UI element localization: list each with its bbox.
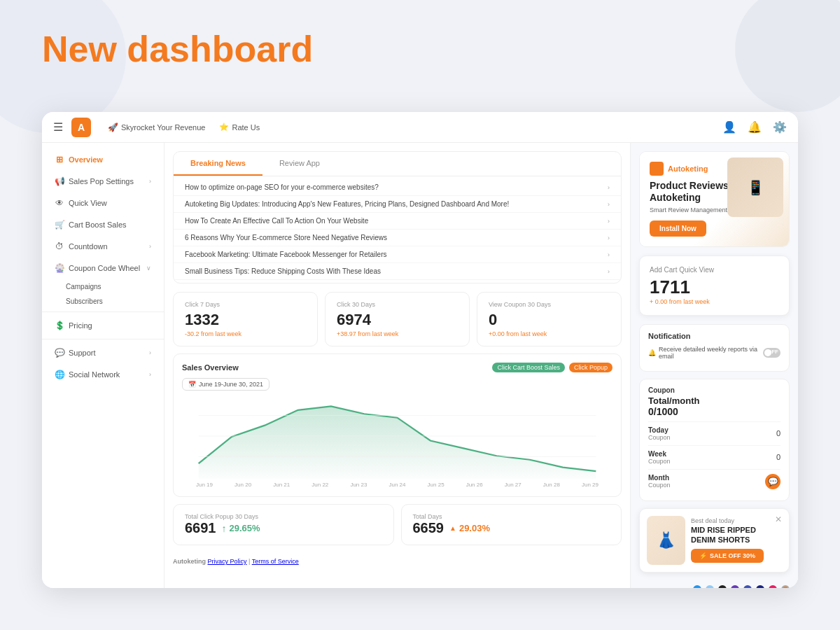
ad-content: Autoketing Product Reviews Autoketing Sm… <box>640 152 789 246</box>
bell-small-icon: 🔔 <box>648 349 656 356</box>
chevron-right-icon: › <box>149 178 151 185</box>
arrow-icon: › <box>608 218 610 225</box>
arrow-icon: › <box>608 268 610 275</box>
sidebar-item-overview[interactable]: ⊞ Overview <box>45 149 161 170</box>
news-item[interactable]: Facebook Marketing: Ultimate Facebook Me… <box>174 246 621 263</box>
top-bar-actions: 👤 🔔 ⚙️ <box>722 120 787 134</box>
overview-icon: ⊞ <box>55 155 64 164</box>
sidebar-divider <box>42 312 164 312</box>
stat-card-click-7: Click 7 Days 1332 -30.2 from last week <box>173 292 318 346</box>
news-item[interactable]: How To Create An Effective Call To Actio… <box>174 213 621 230</box>
color-dot-pink[interactable] <box>769 585 777 588</box>
badge-click-popup[interactable]: Click Popup <box>569 363 612 372</box>
sales-overview-header: Sales Overview Click Cart Boost Sales Cl… <box>182 363 612 372</box>
sidebar-item-campaigns[interactable]: Campaigns <box>42 279 164 294</box>
ad-image: 📱 <box>727 158 783 217</box>
terms-link[interactable]: Terms of Service <box>252 558 299 565</box>
pricing-icon: 💲 <box>55 321 64 330</box>
sidebar-item-quick-view[interactable]: 👁 Quick View <box>45 192 161 214</box>
sidebar-item-coupon-wheel[interactable]: 🎡 Coupon Code Wheel ∨ <box>45 258 161 279</box>
chart-x-labels: Jun 19 Jun 20 Jun 21 Jun 22 Jun 23 Jun 2… <box>182 479 612 488</box>
date-filter[interactable]: 📅 June 19-June 30, 2021 <box>182 378 270 391</box>
acqv-change: + 0.00 from last week <box>650 298 779 305</box>
best-deal-image: 👗 <box>647 516 685 565</box>
coupon-total: Total/month 0/1000 <box>648 396 780 417</box>
skyrocket-icon: 🚀 <box>108 122 118 132</box>
notification-toggle[interactable]: OFF <box>763 348 780 358</box>
chevron-down-icon: ∨ <box>146 265 151 272</box>
best-deal-tag: Best deal today <box>691 517 782 524</box>
stat-card-coupon-30: View Coupon 30 Days 0 +0.00 from last we… <box>477 292 622 346</box>
dashboard-container: ☰ A 🚀 Skyrocket Your Revenue ⭐ Rate Us 👤… <box>42 112 798 588</box>
gear-icon[interactable]: ⚙️ <box>773 120 787 134</box>
sidebar-item-subscribers[interactable]: Subscribers <box>42 294 164 309</box>
news-item[interactable]: How to optimize on-page SEO for your e-c… <box>174 179 621 196</box>
close-icon[interactable]: ✕ <box>775 514 782 524</box>
user-icon[interactable]: 👤 <box>722 120 736 134</box>
top-bar: ☰ A 🚀 Skyrocket Your Revenue ⭐ Rate Us 👤… <box>42 112 798 143</box>
arrow-up-icon: ↑ <box>222 523 227 534</box>
sidebar-item-sales-pop[interactable]: 📢 Sales Pop Settings › <box>45 171 161 192</box>
hamburger-icon[interactable]: ☰ <box>53 120 63 134</box>
arrow-up-icon-2: ▲ <box>449 524 456 532</box>
stat-card-click-30: Click 30 Days 6974 +38.97 from last week <box>325 292 470 346</box>
sidebar-item-support[interactable]: 💬 Support › <box>45 342 161 363</box>
privacy-link[interactable]: Privacy Policy <box>208 558 247 565</box>
sidebar-item-countdown[interactable]: ⏱ Countdown › <box>45 236 161 257</box>
ad-logo-text: Autoketing <box>668 164 708 173</box>
tab-breaking-news[interactable]: Breaking News <box>174 152 262 176</box>
color-dot-blue[interactable] <box>693 585 701 588</box>
content-wrapper: Breaking News Review App How to optimize… <box>164 143 798 588</box>
lightning-icon: ⚡ <box>699 552 707 559</box>
color-dot-darkblue[interactable] <box>756 585 764 588</box>
color-dot-purple[interactable] <box>731 585 739 588</box>
chevron-right-icon-2: › <box>149 243 151 250</box>
page-title: New dashboard <box>42 28 313 70</box>
coupon-title: Coupon <box>648 386 780 394</box>
dashboard-body: ⊞ Overview 📢 Sales Pop Settings › 👁 Quic… <box>42 143 798 588</box>
sidebar-item-cart-boost[interactable]: 🛒 Cart Boost Sales <box>45 214 161 235</box>
arrow-icon: › <box>608 184 610 191</box>
chat-icon[interactable]: 💬 <box>765 474 780 489</box>
notification-title: Notification <box>648 332 780 340</box>
bell-icon[interactable]: 🔔 <box>748 120 762 134</box>
notification-row: 🔔 Receive detailed weekly reports via em… <box>648 346 780 360</box>
color-dot-lightblue[interactable] <box>706 585 714 588</box>
color-dot-orange[interactable] <box>781 585 790 588</box>
center-content: Breaking News Review App How to optimize… <box>164 143 630 588</box>
sidebar-item-social[interactable]: 🌐 Social Network › <box>45 364 161 385</box>
right-panel: Autoketing Product Reviews Autoketing Sm… <box>630 143 798 588</box>
stats-row: Click 7 Days 1332 -30.2 from last week C… <box>173 292 622 346</box>
best-deal-name: MID RISE RIPPED DENIM SHORTS <box>691 526 782 544</box>
sale-off-button[interactable]: ⚡ SALE OFF 30% <box>691 549 764 563</box>
bottom-stats: Total Click Popup 30 Days 6691 ↑ 29.65% … <box>173 504 622 545</box>
coupon-icon: 🎡 <box>55 263 64 273</box>
news-item[interactable]: Autoketing Big Updates: Introducing App'… <box>174 196 621 213</box>
chart-area <box>182 395 612 479</box>
install-now-button[interactable]: Install Now <box>650 220 706 237</box>
sales-overview-title: Sales Overview <box>182 363 239 372</box>
product-reviews-ad: Autoketing Product Reviews Autoketing Sm… <box>639 151 790 247</box>
color-dot-indigo[interactable] <box>743 585 752 588</box>
arrow-icon: › <box>608 201 610 208</box>
sidebar-divider-2 <box>42 339 164 340</box>
sales-overview: Sales Overview Click Cart Boost Sales Cl… <box>173 354 622 497</box>
tab-review-app[interactable]: Review App <box>262 152 337 176</box>
sales-pop-icon: 📢 <box>55 176 64 186</box>
sidebar: ⊞ Overview 📢 Sales Pop Settings › 👁 Quic… <box>42 143 164 588</box>
sales-chart <box>182 395 612 479</box>
news-item[interactable]: Small Business Tips: Reduce Shipping Cos… <box>174 263 621 280</box>
sidebar-item-pricing[interactable]: 💲 Pricing <box>45 315 161 336</box>
news-item[interactable]: 6 Reasons Why Your E-commerce Store Need… <box>174 230 621 246</box>
skyrocket-label: 🚀 Skyrocket Your Revenue <box>108 122 205 132</box>
coupon-row-today: Today Coupon 0 <box>648 421 780 445</box>
cart-boost-icon: 🛒 <box>55 220 64 230</box>
color-dots <box>631 580 798 588</box>
color-dot-black[interactable] <box>718 585 727 588</box>
badge-cart-boost[interactable]: Click Cart Boost Sales <box>492 363 565 372</box>
bg-shape-right <box>735 0 840 112</box>
chevron-right-icon-4: › <box>149 371 151 378</box>
logo: A <box>71 118 91 137</box>
rate-us-label[interactable]: ⭐ Rate Us <box>219 122 260 132</box>
bottom-stat-popup: Total Click Popup 30 Days 6691 ↑ 29.65% <box>173 504 394 545</box>
